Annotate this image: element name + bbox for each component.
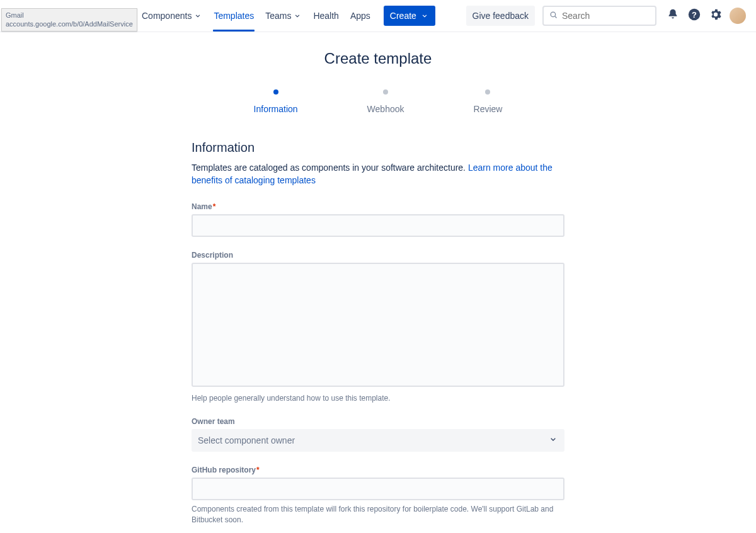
- search-box[interactable]: [542, 6, 656, 26]
- nav-teams[interactable]: Teams: [260, 0, 307, 32]
- page-title: Create template: [324, 50, 432, 67]
- step-information-label: Information: [254, 104, 298, 114]
- nav-components[interactable]: Components: [136, 0, 208, 32]
- name-input[interactable]: [192, 214, 564, 237]
- form: Information Templates are cataloged as c…: [192, 140, 564, 533]
- step-information[interactable]: Information: [254, 89, 298, 114]
- owner-team-select[interactable]: Select component owner: [192, 429, 564, 452]
- nav-templates[interactable]: Templates: [208, 0, 260, 32]
- step-dot: [383, 89, 388, 95]
- tooltip-title: Gmail: [6, 11, 133, 20]
- svg-point-0: [551, 12, 556, 17]
- section-description: Templates are cataloged as components in…: [192, 161, 564, 187]
- nav-health[interactable]: Health: [307, 0, 344, 32]
- link-preview-tooltip: Gmail accounts.google.com/b/0/AddMailSer…: [1, 8, 137, 32]
- stepper: Information Webhook Review: [254, 89, 503, 114]
- step-webhook[interactable]: Webhook: [367, 89, 404, 114]
- step-review-label: Review: [474, 104, 503, 114]
- chevron-down-icon: [548, 434, 558, 447]
- field-name: Name*: [192, 202, 564, 237]
- nav-teams-label: Teams: [265, 11, 291, 21]
- gear-icon: [709, 8, 723, 24]
- step-dot: [485, 89, 490, 95]
- help-icon: ?: [687, 8, 701, 24]
- owner-team-label: Owner team: [192, 417, 564, 426]
- search-input[interactable]: [562, 11, 650, 21]
- svg-text:?: ?: [692, 10, 697, 20]
- give-feedback-label: Give feedback: [472, 11, 529, 21]
- tooltip-url: accounts.google.com/b/0/AddMailService: [6, 20, 133, 28]
- nav-items: Components Templates Teams Health Apps C…: [136, 0, 435, 32]
- github-repo-label-text: GitHub repository: [192, 466, 256, 474]
- page-content: Create template Information Webhook Revi…: [0, 32, 756, 533]
- github-repo-label: GitHub repository*: [192, 466, 564, 474]
- step-review[interactable]: Review: [474, 89, 503, 114]
- step-dot: [273, 89, 278, 95]
- field-description: Description Help people generally unders…: [192, 251, 564, 404]
- nav-components-label: Components: [142, 11, 192, 21]
- create-button[interactable]: Create: [384, 6, 435, 26]
- required-marker: *: [256, 466, 260, 474]
- required-marker: *: [213, 202, 216, 211]
- description-label: Description: [192, 251, 564, 260]
- name-label: Name*: [192, 202, 564, 211]
- description-help: Help people generally understand how to …: [192, 393, 564, 404]
- chevron-down-icon: [193, 11, 202, 20]
- chevron-down-icon: [293, 11, 302, 20]
- create-button-label: Create: [390, 11, 416, 21]
- nav-apps[interactable]: Apps: [345, 0, 376, 32]
- field-owner-team: Owner team Select component owner: [192, 417, 564, 452]
- avatar[interactable]: [730, 8, 746, 24]
- owner-team-placeholder: Select component owner: [198, 435, 295, 445]
- notifications-button[interactable]: [663, 6, 683, 26]
- github-repo-input[interactable]: [192, 478, 564, 500]
- name-label-text: Name: [192, 202, 212, 211]
- search-icon: [549, 10, 562, 22]
- section-title: Information: [192, 140, 564, 155]
- field-github-repository: GitHub repository* Components created fr…: [192, 466, 564, 525]
- description-textarea[interactable]: [192, 263, 564, 387]
- chevron-down-icon: [420, 11, 429, 20]
- section-description-text: Templates are cataloged as components in…: [192, 163, 468, 173]
- help-button[interactable]: ?: [684, 6, 704, 26]
- github-repo-help: Components created from this template wi…: [192, 504, 564, 525]
- step-webhook-label: Webhook: [367, 104, 404, 114]
- bell-icon: [666, 8, 680, 24]
- settings-button[interactable]: [706, 6, 726, 26]
- nav-health-label: Health: [313, 11, 338, 21]
- nav-apps-label: Apps: [350, 11, 370, 21]
- give-feedback-button[interactable]: Give feedback: [466, 6, 536, 26]
- nav-templates-label: Templates: [214, 11, 254, 21]
